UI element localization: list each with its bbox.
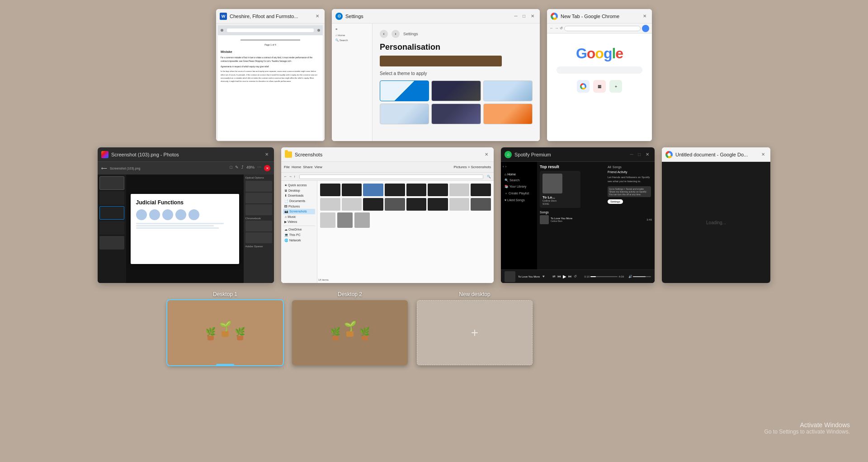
- screenshot-thumb[interactable]: [471, 184, 491, 196]
- spotify-nav-liked-songs[interactable]: ♥ Liked Songs: [503, 197, 535, 203]
- new-desktop-thumbnail[interactable]: +: [417, 300, 533, 365]
- theme-thumb-5[interactable]: [431, 104, 481, 124]
- settings-back-btn[interactable]: ‹: [380, 30, 388, 38]
- screenshot-thumb[interactable]: [342, 198, 362, 211]
- close-button-googledoc[interactable]: ✕: [760, 151, 767, 158]
- screenshot-thumb[interactable]: [471, 198, 491, 211]
- desktop-2-thumbnail[interactable]: 🌿 🌱 🌿: [292, 300, 408, 365]
- desktop-item-1[interactable]: Desktop 1 🌿 🌱 🌿: [167, 291, 283, 365]
- screenshot-thumb-large[interactable]: [354, 212, 370, 228]
- theme-thumb-1[interactable]: [380, 80, 429, 101]
- spotify-play-btn[interactable]: ▶: [563, 274, 566, 279]
- screenshot-thumb[interactable]: [320, 198, 340, 211]
- shortcut-1[interactable]: [577, 80, 590, 93]
- window-cheshire[interactable]: W Cheshire, Fifoot and Furmsto... ✕ Page…: [216, 9, 325, 141]
- theme-thumb-2[interactable]: [431, 80, 481, 101]
- shortcut-2[interactable]: ▦: [593, 80, 606, 93]
- close-button-spotify[interactable]: ✕: [644, 151, 651, 158]
- spotify-top-result-label: Top result: [540, 165, 580, 169]
- spotify-prev-btn[interactable]: ⏮: [557, 274, 561, 278]
- spotify-sidebar: ‹ › ⌂ Home 🔍 Search 📚 Your Library ＋ Cre…: [501, 162, 537, 283]
- folder-nav-onedrive[interactable]: ☁ OneDrive: [283, 227, 315, 232]
- folder-nav-pictures[interactable]: 🖼 Pictures: [283, 204, 315, 209]
- folder-nav-downloads[interactable]: ⬇ Downloads: [283, 193, 315, 198]
- window-screenshots-folder[interactable]: Screenshots ✕ File Home Share View Pictu…: [281, 147, 494, 283]
- folder-nav-item-pictures: Pictures > Screenshots: [454, 165, 491, 169]
- spotify-forward-btn[interactable]: ›: [505, 165, 507, 169]
- maximize-button-settings[interactable]: □: [521, 13, 527, 19]
- close-button-screenshots-folder[interactable]: ✕: [483, 151, 490, 158]
- screenshot-thumb[interactable]: [363, 184, 383, 196]
- spotify-back-btn[interactable]: ‹: [503, 165, 504, 169]
- theme-thumb-4[interactable]: [380, 104, 429, 124]
- desktop-item-new[interactable]: New desktop +: [417, 291, 533, 365]
- screenshot-thumb[interactable]: [428, 184, 448, 196]
- photos-edit-btn[interactable]: ✎: [235, 165, 239, 171]
- folder-nav-item-share[interactable]: Share: [303, 165, 312, 169]
- window-newtab[interactable]: New Tab - Google Chrome ✕ ← → ↺ Google: [547, 9, 652, 141]
- screenshot-thumb[interactable]: [428, 198, 448, 211]
- folder-nav-thispc[interactable]: 💻 This PC: [283, 232, 315, 238]
- folder-nav-documents[interactable]: 📄 Documents: [283, 198, 315, 204]
- folder-nav-network[interactable]: 🌐 Network: [283, 238, 315, 243]
- spotify-repeat-btn[interactable]: ↺: [574, 274, 577, 278]
- folder-nav-quick-access[interactable]: ★ Quick access: [283, 183, 315, 188]
- screenshot-thumb[interactable]: [385, 198, 405, 211]
- window-settings[interactable]: ⚙ Settings ─ □ ✕ ≡ ⌂ Home 🔍 Search: [332, 9, 540, 141]
- screenshot-thumb[interactable]: [342, 184, 362, 196]
- screenshot-thumb[interactable]: [406, 198, 427, 211]
- spotify-next-btn[interactable]: ⏭: [568, 274, 572, 278]
- spotify-nav-library[interactable]: 📚 Your Library: [503, 184, 535, 190]
- screenshot-thumb-large[interactable]: [337, 212, 353, 228]
- screenshot-thumb[interactable]: [385, 184, 405, 196]
- folder-nav-item-view[interactable]: View: [315, 165, 322, 169]
- spotify-nav-create-playlist[interactable]: ＋ Create Playlist: [503, 190, 535, 197]
- folder-nav-item-file[interactable]: File: [284, 165, 290, 169]
- photos-more-btn[interactable]: ⋯: [257, 165, 261, 171]
- close-button-newtab[interactable]: ✕: [641, 13, 648, 20]
- shortcut-3[interactable]: ＋: [609, 80, 622, 93]
- photos-tool-btn[interactable]: □: [230, 165, 232, 171]
- photos-close-btn[interactable]: ✕: [264, 165, 270, 171]
- minimize-button-settings[interactable]: ─: [513, 13, 519, 19]
- newtab-search-bar[interactable]: [557, 66, 643, 74]
- desktop-item-2[interactable]: Desktop 2 🌿 🌱 🌿: [292, 291, 408, 365]
- window-spotify[interactable]: ♫ Spotify Premium ─ □ ✕ ‹ › ⌂ Hom: [501, 147, 655, 283]
- screenshot-thumb[interactable]: [406, 184, 427, 196]
- chrome-icon-googledoc: [665, 151, 673, 158]
- screenshot-thumb[interactable]: [449, 198, 470, 211]
- theme-thumb-3[interactable]: [483, 80, 533, 101]
- settings-forward-btn[interactable]: ›: [392, 30, 400, 38]
- theme-thumb-6[interactable]: [483, 104, 533, 124]
- spotify-minimize-btn[interactable]: ─: [628, 151, 635, 158]
- folder-nav-item-home[interactable]: Home: [292, 165, 301, 169]
- photos-icon: [101, 151, 108, 158]
- window-screenshot-photos[interactable]: Screenshot (103).png - Photos ✕ ⟵ Screen…: [98, 147, 274, 283]
- screenshot-thumb[interactable]: [363, 198, 383, 211]
- folder-nav-music[interactable]: ♫ Music: [283, 214, 315, 219]
- close-button-settings[interactable]: ✕: [529, 13, 536, 20]
- spotify-shuffle-btn[interactable]: ⇄: [552, 274, 556, 278]
- window-googledoc[interactable]: Untitled document - Google Do... ✕ Loadi…: [662, 147, 770, 283]
- screenshot-thumb-large[interactable]: [320, 212, 335, 228]
- spotify-nav-search[interactable]: 🔍 Search: [503, 177, 535, 184]
- folder-nav-desktop[interactable]: 🖥 Desktop: [283, 188, 315, 193]
- spotify-all-tab[interactable]: All: [608, 165, 611, 169]
- close-button-cheshire[interactable]: ✕: [314, 13, 321, 20]
- spotify-maximize-btn[interactable]: □: [636, 151, 642, 158]
- folder-nav-screenshots[interactable]: 📷 Screenshots: [283, 209, 315, 214]
- close-button-photos[interactable]: ✕: [263, 151, 270, 158]
- photos-share-btn[interactable]: ⤴: [241, 165, 244, 171]
- folder-nav-videos[interactable]: ▶ Videos: [283, 219, 315, 225]
- spotify-nav-home[interactable]: ⌂ Home: [503, 171, 535, 177]
- spotify-song-row[interactable]: To Love You More Celine Dion 3:46: [540, 215, 652, 224]
- window-title-spotify: Spotify Premium: [514, 152, 626, 157]
- spotify-settings-btn[interactable]: Settings: [608, 199, 623, 204]
- spotify-volume-icon[interactable]: 🔊: [628, 275, 632, 278]
- desktop-1-wallpaper: 🌿 🌱 🌿: [206, 321, 245, 345]
- screenshot-thumb[interactable]: [449, 184, 470, 196]
- desktop-1-thumbnail[interactable]: 🌿 🌱 🌿: [167, 300, 283, 365]
- screenshot-thumb[interactable]: [320, 184, 340, 196]
- spotify-top-result-card[interactable]: To Lo... Celine Dion SONG: [540, 171, 580, 208]
- spotify-songs-tab[interactable]: Songs: [613, 165, 622, 169]
